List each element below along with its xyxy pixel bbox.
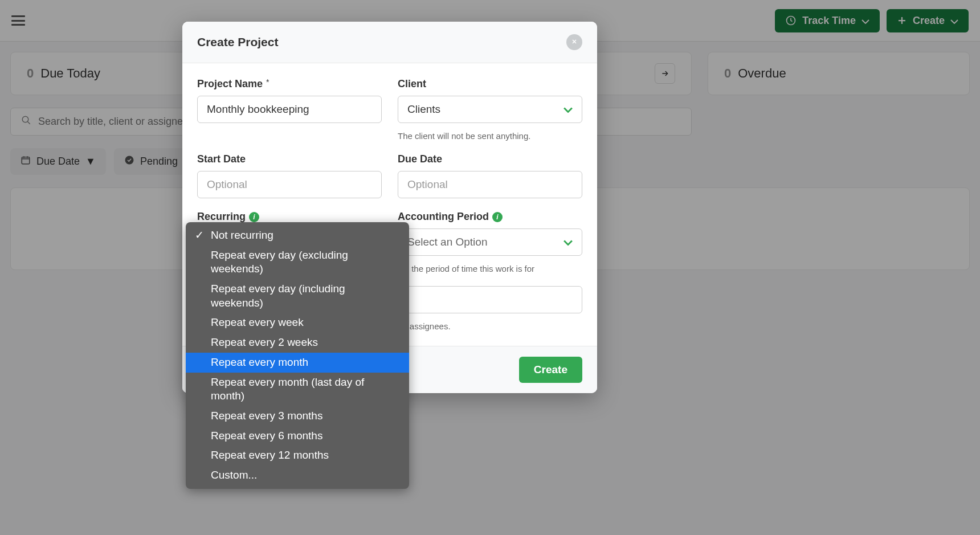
recurring-dropdown: Not recurringRepeat every day (excluding… xyxy=(186,222,409,489)
due-date-group: Due Date xyxy=(398,153,582,198)
dropdown-item[interactable]: Repeat every month xyxy=(186,353,409,373)
assignees-group: he assignees. xyxy=(398,286,582,331)
dropdown-item[interactable]: Repeat every day (including weekends) xyxy=(186,279,409,313)
close-button[interactable] xyxy=(566,34,582,50)
due-date-input[interactable] xyxy=(398,171,582,198)
dropdown-item[interactable]: Repeat every week xyxy=(186,313,409,333)
project-name-label: Project Name xyxy=(197,78,263,90)
client-select[interactable]: Clients xyxy=(398,96,582,123)
dropdown-item[interactable]: Repeat every day (excluding weekends) xyxy=(186,246,409,279)
client-group: Client Clients The client will not be se… xyxy=(398,78,582,141)
client-helper: The client will not be sent anything. xyxy=(398,131,582,141)
info-icon: i xyxy=(492,212,503,222)
chevron-down-icon xyxy=(564,103,573,116)
dropdown-item[interactable]: Repeat every 2 weeks xyxy=(186,333,409,353)
accounting-period-select[interactable]: Select an Option xyxy=(398,228,582,256)
project-name-input[interactable] xyxy=(197,96,382,123)
dropdown-item[interactable]: Repeat every 12 months xyxy=(186,446,409,465)
modal-create-button[interactable]: Create xyxy=(519,357,582,383)
accounting-period-placeholder: Select an Option xyxy=(407,236,487,248)
close-icon xyxy=(571,37,578,47)
dropdown-item[interactable]: Custom... xyxy=(186,465,409,485)
assignees-helper: he assignees. xyxy=(398,321,582,331)
assignees-input[interactable] xyxy=(398,286,582,313)
start-date-input[interactable] xyxy=(197,171,382,198)
dropdown-item[interactable]: Repeat every 3 months xyxy=(186,406,409,426)
dropdown-item[interactable]: Not recurring xyxy=(186,226,409,246)
accounting-period-helper: ect the period of time this work is for xyxy=(398,264,582,273)
accounting-period-group: Accounting Period i Select an Option ect… xyxy=(398,211,582,273)
required-indicator: * xyxy=(266,77,269,87)
dropdown-item[interactable]: Repeat every 6 months xyxy=(186,426,409,446)
modal-title: Create Project xyxy=(197,35,278,49)
start-date-label: Start Date xyxy=(197,153,246,165)
accounting-period-label: Accounting Period xyxy=(398,211,489,223)
due-date-label: Due Date xyxy=(398,153,442,165)
chevron-down-icon xyxy=(564,236,573,248)
client-label: Client xyxy=(398,78,426,90)
info-icon: i xyxy=(249,212,259,222)
start-date-group: Start Date xyxy=(197,153,382,198)
project-name-group: Project Name* xyxy=(197,78,382,141)
recurring-label: Recurring xyxy=(197,211,246,223)
dropdown-item[interactable]: Repeat every month (last day of month) xyxy=(186,373,409,406)
client-value: Clients xyxy=(407,103,440,116)
